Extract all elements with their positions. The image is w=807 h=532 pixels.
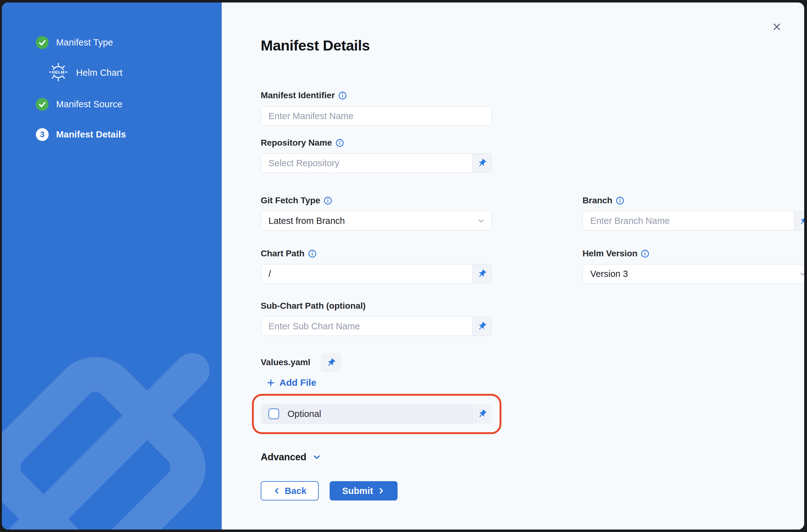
pin-button[interactable] [472, 264, 492, 283]
info-icon[interactable] [324, 196, 332, 205]
optional-label: Optional [288, 409, 321, 419]
helm-version-label: Helm Version [582, 249, 637, 259]
pin-icon [477, 158, 487, 168]
step-label-manifest-details: Manifest Details [56, 129, 126, 140]
submit-button[interactable]: Submit [330, 481, 398, 500]
plus-icon [266, 378, 275, 387]
chart-path-label-row: Chart Path [261, 249, 316, 259]
pin-button[interactable] [472, 317, 492, 336]
optional-checkbox-area: Optional [261, 404, 473, 424]
add-file-label: Add File [280, 377, 316, 388]
harness-logo-watermark [2, 327, 222, 530]
pin-icon [477, 269, 487, 279]
info-icon[interactable] [335, 139, 344, 147]
manifest-wizard-modal: Manifest Type HELM [2, 2, 804, 530]
pin-icon [326, 358, 336, 368]
page-title: Manifest Details [261, 37, 370, 54]
helm-chart-label: Helm Chart [76, 68, 122, 78]
git-fetch-type-label: Git Fetch Type [261, 195, 320, 206]
close-button[interactable] [770, 20, 784, 34]
repository-name-label-row: Repository Name [261, 138, 344, 148]
info-icon[interactable] [616, 196, 624, 205]
helm-icon: HELM [48, 62, 69, 83]
repository-name-input[interactable] [261, 154, 472, 172]
info-icon[interactable] [308, 249, 316, 258]
chevron-right-icon [377, 487, 385, 495]
pin-button[interactable] [794, 211, 804, 230]
sidebar-item-helm-chart[interactable]: HELM Helm Chart [48, 62, 122, 83]
wizard-sidebar: Manifest Type HELM [2, 2, 222, 530]
close-icon [772, 22, 782, 32]
step-label-manifest-type: Manifest Type [56, 37, 113, 48]
chevron-down-icon [799, 270, 804, 278]
repository-name-field [261, 153, 492, 173]
info-icon[interactable] [338, 91, 347, 100]
advanced-label: Advanced [261, 452, 307, 463]
advanced-toggle[interactable]: Advanced [261, 452, 322, 463]
values-yaml-label: Values.yaml [261, 357, 310, 367]
chart-path-label: Chart Path [261, 249, 305, 259]
sub-chart-path-label-row: Sub-Chart Path (optional) [261, 301, 366, 311]
git-fetch-type-label-row: Git Fetch Type [261, 195, 332, 206]
manifest-identifier-field [261, 106, 492, 126]
git-fetch-type-select[interactable]: Latest from Branch [261, 211, 492, 230]
pin-button[interactable] [472, 154, 492, 172]
pin-button[interactable] [473, 404, 492, 424]
chevron-down-icon [312, 453, 322, 462]
sidebar-step-manifest-type[interactable]: Manifest Type [36, 36, 113, 49]
sub-chart-path-field [261, 317, 492, 336]
pin-icon [477, 322, 487, 331]
sub-chart-path-input[interactable] [261, 317, 472, 336]
optional-field-row: Optional [261, 404, 492, 424]
submit-label: Submit [342, 486, 373, 496]
svg-text:HELM: HELM [52, 70, 64, 75]
chart-path-input[interactable] [261, 264, 472, 283]
helm-version-select[interactable]: Version 3 [582, 264, 804, 283]
sidebar-step-manifest-source[interactable]: Manifest Source [36, 98, 122, 111]
manifest-identifier-input[interactable] [261, 107, 492, 125]
git-fetch-type-value: Latest from Branch [268, 216, 345, 226]
chart-path-field [261, 264, 492, 283]
step-number-badge: 3 [36, 128, 49, 141]
add-file-button[interactable]: Add File [266, 377, 316, 388]
step-label-manifest-source: Manifest Source [56, 99, 122, 110]
back-label: Back [285, 486, 307, 496]
values-yaml-pin-button[interactable] [321, 354, 341, 372]
values-yaml-label-row: Values.yaml [261, 357, 310, 367]
branch-field [582, 211, 804, 230]
helm-version-label-row: Helm Version [582, 249, 649, 259]
manifest-identifier-label: Manifest Identifier [261, 91, 335, 100]
info-icon[interactable] [641, 249, 649, 258]
step-complete-icon [36, 36, 49, 49]
branch-label: Branch [582, 195, 612, 206]
helm-version-value: Version 3 [590, 269, 628, 279]
manifest-identifier-label-row: Manifest Identifier [261, 91, 347, 100]
pin-icon [477, 409, 487, 419]
branch-label-row: Branch [582, 195, 624, 206]
repository-name-label: Repository Name [261, 138, 332, 148]
step-complete-icon [36, 98, 49, 111]
sidebar-step-manifest-details[interactable]: 3 Manifest Details [36, 128, 126, 141]
branch-input[interactable] [583, 211, 794, 230]
back-button[interactable]: Back [261, 481, 319, 500]
chevron-down-icon [477, 217, 485, 225]
chevron-left-icon [273, 487, 281, 495]
sub-chart-path-label: Sub-Chart Path (optional) [261, 301, 366, 311]
optional-checkbox[interactable] [268, 408, 279, 419]
manifest-details-panel: Manifest Details Manifest Identifier Rep… [222, 2, 804, 530]
pin-icon [799, 216, 804, 226]
